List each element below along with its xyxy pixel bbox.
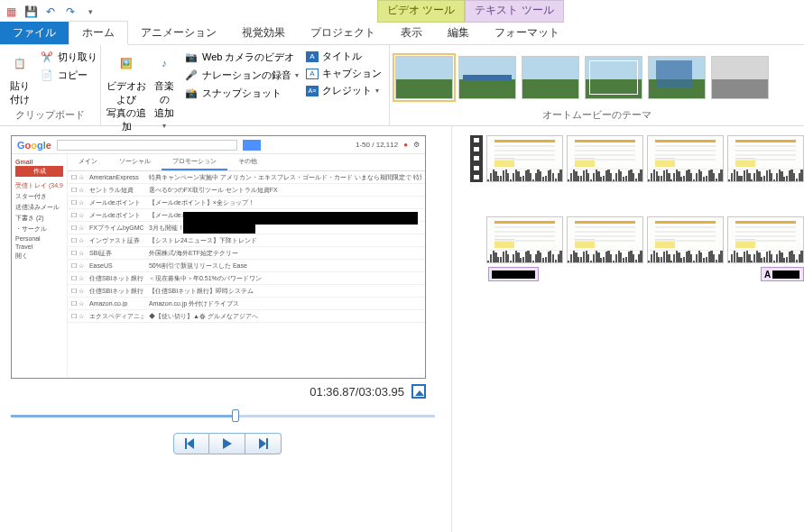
microphone-icon: 🎤 [184,68,199,82]
media-icon: 🖼️ [112,49,141,78]
list-item: ☐ ☆メールdeポイント【メールdeポイント】×全ショップ！ [68,197,425,209]
list-item: ☐ ☆Amazon.co.jpAmazon.co.jp 外付けドライブス [68,298,425,310]
group-label: オートムービーのテーマ [395,106,799,122]
seek-thumb[interactable] [232,409,239,422]
list-item: ☐ ☆セントラル短資選べる6つのFX取引ツール セントラル短資FX [68,184,425,197]
group-automovie-themes: オートムービーのテーマ [390,45,804,125]
workspace: Google 1-50 / 12,112 ● ⚙ Gmail 作成 受信トレイ … [0,126,804,532]
theme-thumb[interactable] [458,56,516,99]
preview-pane: Google 1-50 / 12,112 ● ⚙ Gmail 作成 受信トレイ … [0,126,451,532]
video-clip[interactable] [567,135,643,182]
video-tools-context[interactable]: ビデオ ツール [377,0,465,23]
undo-icon[interactable]: ↶ [43,5,58,19]
tab-project[interactable]: プロジェクト [298,22,388,44]
copy-button[interactable]: 📄コピー [38,67,99,83]
theme-thumb[interactable] [585,56,642,99]
video-clip[interactable] [486,216,563,263]
cut-button[interactable]: ✂️切り取り [38,49,99,65]
list-item: ☐ ☆住信SBIネット銀行【住信SBIネット銀行】即時システム [68,285,425,298]
tab-animation[interactable]: アニメーション [128,22,229,44]
transport-controls [11,433,444,454]
svg-rect-1 [185,438,187,449]
tab-format[interactable]: フォーマット [482,22,572,44]
video-clip[interactable] [727,216,804,263]
list-item: ☐ ☆住信SBIネット銀行＜現在募集中＞年0.51%のパワードワン [68,272,425,285]
play-button[interactable] [209,433,245,454]
ribbon-tabs: ファイル ホーム アニメーション 視覚効果 プロジェクト 表示 編集 フォーマッ… [0,23,804,45]
compose-button: 作成 [15,166,63,177]
save-icon[interactable]: 💾 [23,5,38,19]
tab-view[interactable]: 表示 [388,22,435,44]
timecode: 01:36.87/03:03.95 [310,385,404,399]
group-label: クリップボード [5,106,95,122]
video-clip[interactable] [486,135,563,182]
title-icon: A [306,51,319,62]
preview-video[interactable]: Google 1-50 / 12,112 ● ⚙ Gmail 作成 受信トレイ … [11,135,426,379]
group-add: 🖼️ ビデオおよび 写真の追加 ♪ 音楽の 追加 ▾ 📷Web カメラのビデオ … [101,45,390,125]
add-media-button[interactable]: 🖼️ ビデオおよび 写真の追加 [106,49,146,133]
credit-button[interactable]: A≡クレジット ▾ [304,83,384,98]
tab-home[interactable]: ホーム [69,21,128,45]
qat-dropdown-icon[interactable]: ▾ [83,5,97,19]
theme-thumb[interactable] [522,56,579,99]
caption-button[interactable]: Aキャプション [304,66,384,81]
theme-thumb[interactable] [395,56,453,99]
tab-edit[interactable]: 編集 [435,22,482,44]
timecode-row: 01:36.87/03:03.95 [11,379,444,402]
svg-rect-4 [266,438,268,449]
text-track: A [452,267,804,281]
snapshot-button[interactable]: 📸スナップショット [182,85,300,101]
webcam-icon: 📷 [184,50,199,64]
text-tools-context[interactable]: テキスト ツール [465,0,563,23]
timeline-pane[interactable]: A [451,126,804,532]
svg-marker-2 [223,438,232,449]
next-frame-button[interactable] [245,433,282,454]
list-item: ☐ ☆AmericanExpress特典キャンペーン実施中 アメリカン・エキスプ… [68,171,425,184]
paste-button[interactable]: 📋 貼り 付け [5,49,34,106]
caption-icon: A [306,69,319,79]
list-item: ☐ ☆インヴァスト証券【シストレ24】【シストレ24ニュース】下降トレンド [68,234,425,247]
google-logo: Google [17,140,51,151]
seek-bar[interactable] [11,408,435,424]
gmail-count: 1-50 / 12,112 [356,141,398,149]
film-edge-icon [470,135,483,182]
title-button[interactable]: Aタイトル [304,49,384,64]
narration-button[interactable]: 🎤ナレーションの録音 ▾ [182,67,300,83]
theme-thumb[interactable] [711,56,769,99]
add-music-button[interactable]: ♪ 音楽の 追加 ▾ [150,49,179,133]
gmail-sidebar: Gmail 作成 受信トレイ (34,970) スター付き 送信済みメール 下書… [12,154,68,378]
scissors-icon: ✂️ [40,50,54,64]
redaction-bar [183,225,255,234]
svg-marker-3 [259,438,266,449]
webcam-button[interactable]: 📷Web カメラのビデオ [182,49,300,65]
copy-icon: 📄 [40,68,54,82]
list-item: ☐ ☆EaseUS50%割引で新規リリースした Ease [68,260,425,272]
video-clip[interactable] [567,216,643,263]
prev-frame-button[interactable] [173,433,209,454]
credit-icon: A≡ [306,86,319,96]
text-clip[interactable]: A [761,267,804,281]
app-icon: ▦ [4,5,18,19]
quick-access-toolbar: ▦ 💾 ↶ ↷ ▾ [4,5,97,19]
video-clip[interactable] [647,135,724,182]
tab-file[interactable]: ファイル [0,22,69,44]
gmail-screenshot: Google 1-50 / 12,112 ● ⚙ Gmail 作成 受信トレイ … [12,136,425,378]
ribbon: 📋 貼り 付け ✂️切り取り 📄コピー クリップボード 🖼️ ビデオおよび 写真… [0,45,804,126]
tab-visual-effects[interactable]: 視覚効果 [229,22,298,44]
theme-thumb[interactable] [648,56,706,99]
list-item: ☐ ☆SBI証券外国株式/海外ETF始定テクリー [68,247,425,260]
svg-marker-0 [187,438,194,449]
fullscreen-icon[interactable] [411,384,426,399]
search-input [57,140,237,151]
video-clip[interactable] [727,135,804,182]
video-clip[interactable] [647,216,724,263]
redaction-bar [183,212,418,225]
search-button-icon [243,140,261,151]
gmail-list: メイン ソーシャル プロモーション その他 ☐ ☆AmericanExpress… [68,154,425,378]
text-clip[interactable] [488,267,539,281]
redo-icon[interactable]: ↷ [63,5,78,19]
music-icon: ♪ [150,49,179,78]
group-clipboard: 📋 貼り 付け ✂️切り取り 📄コピー クリップボード [0,45,101,125]
snapshot-icon: 📸 [184,86,199,100]
list-item: ☐ ☆エクスペディアニュースレター◆【使い切り】▲春 グルメなアジアへ [68,310,425,323]
